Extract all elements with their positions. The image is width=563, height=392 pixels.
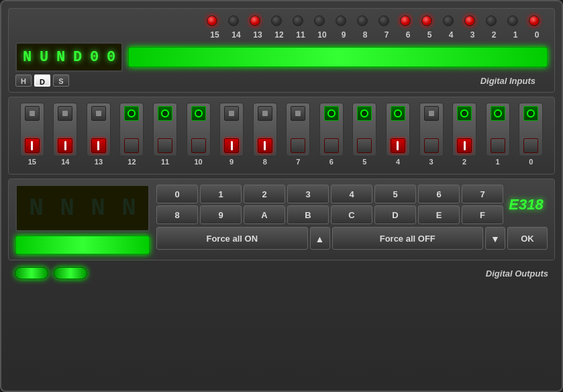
led-1: [502, 14, 523, 28]
hds-buttons: H D S: [15, 75, 69, 87]
ch-num-8: 8: [354, 30, 376, 40]
key-8[interactable]: 8: [156, 205, 198, 224]
key-a[interactable]: A: [244, 205, 285, 224]
key-6[interactable]: 6: [418, 185, 460, 203]
switch-0[interactable]: 0: [514, 103, 548, 166]
switch-14[interactable]: 14: [49, 103, 83, 166]
switch-11[interactable]: 11: [148, 103, 182, 166]
seg-display-large: N N N N: [15, 185, 150, 232]
ch-num-3: 3: [462, 30, 483, 40]
bottom-section: N N N N 0 1 2 3 4 5 6 7 8 9: [8, 179, 555, 260]
led-12: [266, 14, 287, 28]
led-0: [523, 14, 545, 28]
led-2: [480, 14, 502, 28]
switch-7[interactable]: 7: [282, 103, 315, 166]
switches-row: 15 14 13: [15, 103, 548, 166]
led-4: [438, 14, 459, 28]
digital-inputs-section: 15 14 13 12 11 10 9 8 7 6 5 4 3 2 1 0 N …: [8, 8, 555, 93]
switch-2[interactable]: 2: [448, 103, 481, 166]
ch-num-11: 11: [290, 30, 311, 40]
seg-char-4: D: [70, 49, 85, 66]
switch-1[interactable]: 1: [481, 103, 515, 166]
switches-section: 15 14 13: [8, 97, 555, 175]
ch-num-2: 2: [483, 30, 505, 40]
switch-10[interactable]: 10: [182, 103, 215, 166]
led-15: [201, 14, 223, 28]
seg-char-3: N: [53, 49, 68, 66]
led-11: [287, 14, 309, 28]
led-8: [352, 14, 373, 28]
led-10: [309, 14, 330, 28]
d-button[interactable]: D: [34, 75, 50, 87]
display-row: N U N D 0 0: [15, 42, 548, 72]
switch-4[interactable]: 4: [381, 103, 415, 166]
switch-5[interactable]: 5: [348, 103, 382, 166]
footer-led-1: [15, 267, 48, 279]
key-1[interactable]: 1: [200, 185, 242, 203]
digital-inputs-label: Digital Inputs: [480, 76, 535, 86]
channel-numbers-top: 15 14 13 12 11 10 9 8 7 6 5 4 3 2 1 0: [15, 30, 548, 40]
h-button[interactable]: H: [15, 75, 32, 87]
ch-num-7: 7: [376, 30, 397, 40]
ch-num-5: 5: [419, 30, 440, 40]
switch-13[interactable]: 13: [82, 103, 115, 166]
key-0[interactable]: 0: [156, 185, 198, 203]
up-arrow-button[interactable]: ▲: [310, 227, 330, 250]
down-arrow-button[interactable]: ▼: [485, 227, 505, 250]
ch-num-12: 12: [268, 30, 290, 40]
main-panel: 15 14 13 12 11 10 9 8 7 6 5 4 3 2 1 0 N …: [0, 0, 563, 392]
led-6: [395, 14, 416, 28]
key-d[interactable]: D: [374, 205, 416, 224]
force-all-on-button[interactable]: Force all ON: [156, 227, 308, 250]
seg-char-2: U: [36, 49, 52, 66]
switch-3[interactable]: 3: [415, 103, 448, 166]
key-c[interactable]: C: [331, 205, 372, 224]
seg-char-5: 0: [87, 49, 102, 66]
seg-char-6: 0: [103, 49, 119, 66]
switch-6[interactable]: 6: [315, 103, 348, 166]
green-bar-large: [15, 236, 150, 254]
seg-large-3: N: [84, 195, 112, 222]
switch-15[interactable]: 15: [15, 103, 49, 166]
hds-label-row: H D S Digital Inputs: [15, 75, 548, 87]
key-f[interactable]: F: [462, 205, 503, 224]
keypad-grid: 0 1 2 3 4 5 6 7 8 9 A B C D E F: [156, 185, 503, 224]
led-5: [416, 14, 438, 28]
led-14: [223, 14, 244, 28]
ch-num-6: 6: [397, 30, 419, 40]
led-7: [373, 14, 395, 28]
force-all-off-button[interactable]: Force all OFF: [332, 227, 484, 250]
led-row: [15, 14, 548, 28]
ch-num-13: 13: [247, 30, 268, 40]
action-row: Force all ON ▲ Force all OFF ▼ OK: [156, 227, 548, 250]
ch-num-15: 15: [204, 30, 225, 40]
green-bar-top: [128, 47, 548, 67]
ch-num-1: 1: [505, 30, 526, 40]
ch-num-14: 14: [225, 30, 247, 40]
seg-large-1: N: [22, 195, 50, 222]
seg-large-4: N: [115, 195, 143, 222]
ok-button[interactable]: OK: [507, 227, 548, 250]
switch-9[interactable]: 9: [215, 103, 248, 166]
switch-8[interactable]: 8: [248, 103, 282, 166]
s-button[interactable]: S: [53, 75, 69, 87]
key-b[interactable]: B: [287, 205, 329, 224]
bottom-right: 0 1 2 3 4 5 6 7 8 9 A B C D E F E: [156, 185, 548, 254]
seg-display-top: N U N D 0 0: [15, 42, 123, 72]
seg-char-1: N: [19, 49, 35, 66]
key-5[interactable]: 5: [374, 185, 416, 203]
seg-large-2: N: [53, 195, 81, 222]
key-4[interactable]: 4: [331, 185, 372, 203]
footer-leds: [15, 267, 87, 279]
ch-num-4: 4: [440, 30, 462, 40]
led-9: [330, 14, 352, 28]
led-3: [459, 14, 480, 28]
key-7[interactable]: 7: [462, 185, 503, 203]
bottom-left: N N N N: [15, 185, 150, 254]
switch-12[interactable]: 12: [115, 103, 149, 166]
error-code: E318: [507, 185, 548, 224]
key-e[interactable]: E: [418, 205, 460, 224]
key-2[interactable]: 2: [244, 185, 285, 203]
key-9[interactable]: 9: [200, 205, 242, 224]
key-3[interactable]: 3: [287, 185, 329, 203]
